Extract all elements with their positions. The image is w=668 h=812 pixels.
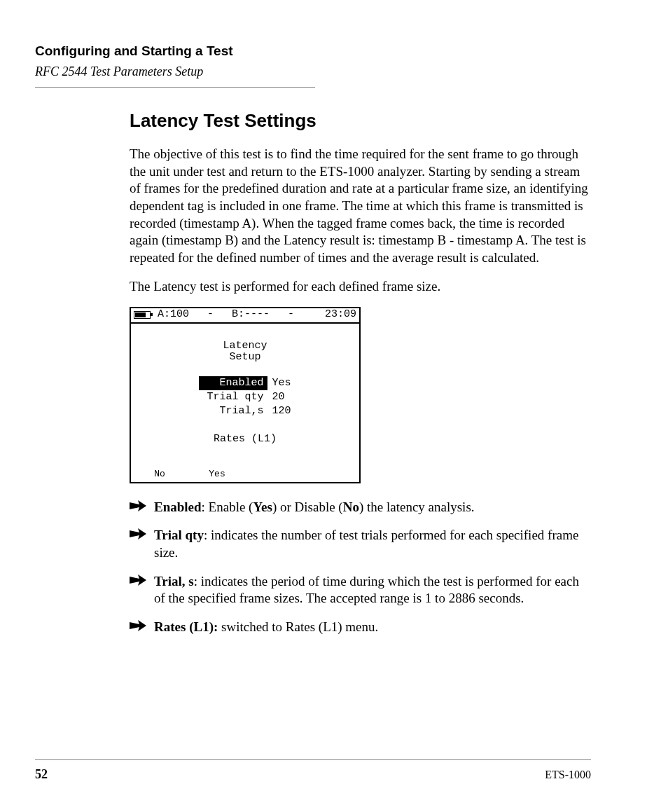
page-footer: 52 ETS-1000 bbox=[35, 759, 591, 783]
param-enabled-label: Enabled bbox=[199, 376, 267, 390]
list-item: Enabled: Enable (Yes) or Disable (No) th… bbox=[130, 499, 592, 516]
device-rates-link: Rates (L1) bbox=[131, 432, 359, 446]
product-name: ETS-1000 bbox=[545, 767, 591, 783]
device-params: Enabled Yes Trial qty 20 Trial,s 120 bbox=[199, 376, 291, 419]
term-rates: Rates (L1): bbox=[154, 619, 218, 634]
term-trials: Trial, s bbox=[154, 574, 194, 589]
page-number: 52 bbox=[35, 766, 48, 783]
svg-marker-0 bbox=[130, 500, 146, 511]
param-trials-label: Trial,s bbox=[199, 404, 267, 418]
device-status-bar: A:100 - B:---- - 23:09 bbox=[131, 308, 359, 324]
svg-marker-1 bbox=[130, 528, 146, 539]
list-item: Trial qty: indicates the number of test … bbox=[130, 527, 592, 561]
document-page: Configuring and Starting a Test RFC 2544… bbox=[0, 0, 668, 812]
device-clock: 23:09 bbox=[325, 308, 356, 322]
arrow-icon bbox=[130, 620, 146, 631]
running-subsection-title: RFC 2544 Test Parameters Setup bbox=[35, 63, 315, 80]
battery-icon bbox=[134, 311, 151, 319]
svg-marker-2 bbox=[130, 574, 146, 586]
term-trialqty: Trial qty bbox=[154, 528, 204, 542]
port-b-dash: - bbox=[288, 308, 294, 322]
term-enabled: Enabled bbox=[154, 500, 202, 514]
section-heading: Latency Test Settings bbox=[130, 109, 592, 133]
list-item: Rates (L1): switched to Rates (L1) menu. bbox=[130, 619, 592, 636]
softkey-no: No bbox=[131, 468, 188, 481]
device-body: Latency Setup Enabled Yes Trial qty 20 T… bbox=[131, 324, 359, 447]
arrow-icon bbox=[130, 574, 146, 586]
device-softkeys: No Yes bbox=[131, 468, 359, 481]
parameter-list: Enabled: Enable (Yes) or Disable (No) th… bbox=[130, 499, 592, 636]
port-a-dash: - bbox=[207, 308, 214, 322]
softkey-yes: Yes bbox=[188, 468, 246, 481]
running-head: Configuring and Starting a Test RFC 2544… bbox=[35, 42, 315, 88]
param-trialqty-label: Trial qty bbox=[199, 390, 267, 404]
arrow-icon bbox=[130, 528, 146, 539]
param-trials-value: 120 bbox=[267, 404, 291, 418]
content-body: Latency Test Settings The objective of t… bbox=[130, 109, 592, 636]
arrow-icon bbox=[130, 500, 146, 511]
param-enabled-value: Yes bbox=[267, 376, 291, 390]
param-trialqty-value: 20 bbox=[267, 390, 284, 404]
device-screenshot: A:100 - B:---- - 23:09 Latency Setup Ena… bbox=[130, 307, 361, 483]
port-b-status: B:---- bbox=[232, 308, 270, 322]
list-item: Trial, s: indicates the period of time d… bbox=[130, 573, 592, 607]
paragraph-note: The Latency test is performed for each d… bbox=[130, 278, 592, 296]
port-a-status: A:100 bbox=[158, 308, 189, 322]
device-screen-title: Latency Setup bbox=[131, 340, 359, 364]
running-section-title: Configuring and Starting a Test bbox=[35, 42, 315, 60]
paragraph-intro: The objective of this test is to find th… bbox=[130, 146, 592, 267]
svg-marker-3 bbox=[130, 620, 146, 631]
